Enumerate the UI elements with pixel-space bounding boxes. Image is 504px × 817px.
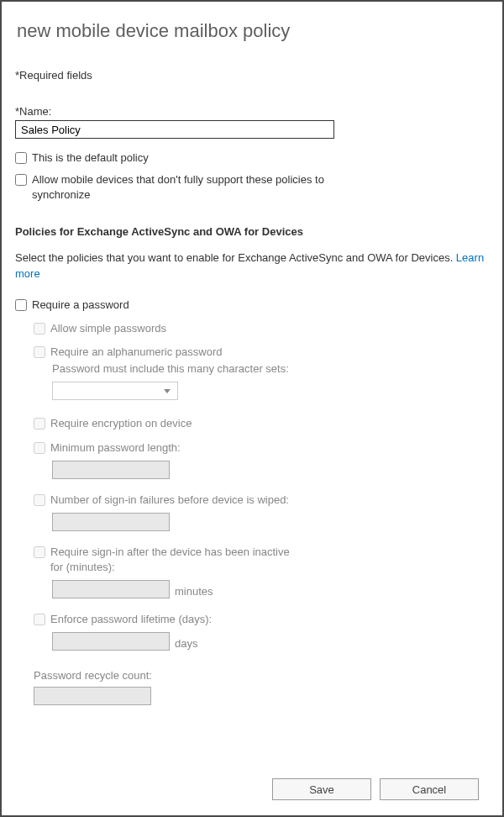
policies-section-header: Policies for Exchange ActiveSync and OWA… bbox=[15, 225, 489, 238]
require-encryption-checkbox bbox=[34, 418, 45, 430]
name-label: *Name: bbox=[15, 105, 489, 118]
min-length-checkbox bbox=[34, 442, 45, 454]
required-fields-note: *Required fields bbox=[15, 69, 489, 82]
lifetime-input bbox=[52, 632, 170, 651]
allow-unsupported-checkbox[interactable] bbox=[15, 174, 27, 186]
inactive-checkbox bbox=[34, 546, 45, 558]
require-encryption-label: Require encryption on device bbox=[50, 416, 192, 431]
require-alpha-checkbox bbox=[34, 346, 45, 358]
recycle-label: Password recycle count: bbox=[34, 669, 489, 682]
require-alpha-label: Require an alphanumeric password bbox=[50, 345, 223, 360]
save-button[interactable]: Save bbox=[272, 778, 371, 800]
allow-simple-checkbox bbox=[34, 323, 45, 335]
allow-unsupported-label: Allow mobile devices that don't fully su… bbox=[32, 172, 334, 203]
min-length-label: Minimum password length: bbox=[50, 440, 181, 456]
default-policy-checkbox[interactable] bbox=[15, 152, 27, 164]
cancel-button[interactable]: Cancel bbox=[380, 778, 479, 800]
lifetime-label: Enforce password lifetime (days): bbox=[50, 612, 212, 627]
signin-failures-label: Number of sign-in failures before device… bbox=[50, 493, 289, 508]
page-title: new mobile device mailbox policy bbox=[17, 20, 489, 42]
char-sets-label: Password must include this many characte… bbox=[52, 361, 489, 377]
default-policy-label: This is the default policy bbox=[32, 150, 149, 166]
signin-failures-checkbox bbox=[34, 494, 45, 506]
lifetime-unit: days bbox=[175, 637, 197, 650]
lifetime-checkbox bbox=[34, 614, 45, 625]
signin-failures-input bbox=[52, 513, 170, 531]
inactive-unit: minutes bbox=[175, 585, 213, 598]
name-input[interactable] bbox=[15, 120, 334, 139]
recycle-input bbox=[34, 687, 151, 705]
inactive-input bbox=[52, 580, 170, 598]
min-length-input bbox=[52, 461, 170, 479]
inactive-label: Require sign-in after the device has bee… bbox=[50, 545, 302, 575]
require-password-checkbox[interactable] bbox=[15, 299, 27, 311]
char-sets-select bbox=[52, 382, 178, 400]
allow-simple-label: Allow simple passwords bbox=[50, 321, 166, 336]
require-password-label: Require a password bbox=[32, 298, 129, 313]
policies-section-desc: Select the policies that you want to ena… bbox=[15, 250, 489, 282]
